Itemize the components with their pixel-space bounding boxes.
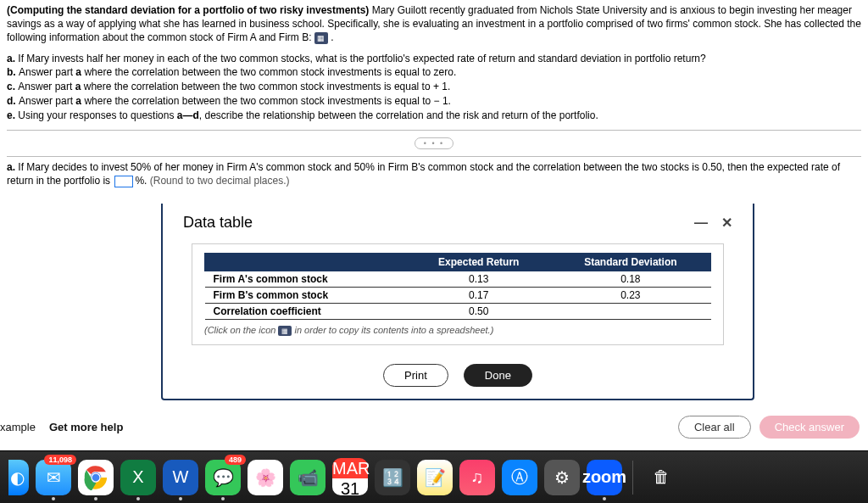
dock-app-chrome[interactable] (78, 460, 114, 495)
data-table-modal: Data table — ✕ Expected Return Standard … (161, 204, 754, 400)
dock-app-messages[interactable]: 💬489 (205, 460, 241, 495)
dock-app-zoom[interactable]: zoom (587, 460, 622, 495)
dock-app-calendar[interactable]: MAR 31 (332, 460, 368, 495)
example-link[interactable]: xample (0, 421, 36, 433)
dock-app-music[interactable]: ♫ (459, 460, 495, 495)
dock-app-safari[interactable]: ◐ (8, 460, 29, 495)
dock-app-trash[interactable]: 🗑 (643, 460, 679, 495)
question-a: a. If Mary invests half her money in eac… (7, 52, 861, 66)
copy-hint: (Click on the icon ▦ in order to copy it… (204, 325, 711, 336)
table-row: Firm B's common stock 0.17 0.23 (205, 288, 711, 304)
data-table-container: Expected Return Standard Deviation Firm … (192, 243, 724, 345)
table-row: Correlation coefficient 0.50 (205, 304, 711, 320)
part-a-prompt: a. If Mary decides to invest 50% of her … (7, 160, 861, 189)
question-e: e. Using your responses to questions a—d… (7, 109, 861, 123)
dock-app-facetime[interactable]: 📹 (290, 460, 326, 495)
done-button[interactable]: Done (464, 364, 532, 387)
copy-spreadsheet-icon[interactable]: ▦ (278, 326, 292, 336)
th-standard-deviation: Standard Deviation (550, 254, 710, 271)
dock-app-excel[interactable]: X (120, 460, 156, 495)
dock-app-calculator[interactable]: 🔢 (375, 460, 410, 495)
minimize-icon[interactable]: — (694, 215, 708, 231)
messages-badge: 489 (225, 455, 246, 465)
close-icon[interactable]: ✕ (721, 215, 732, 231)
calendar-day: 31 (341, 478, 359, 497)
check-answer-button[interactable]: Check answer (760, 416, 860, 439)
calendar-month: MAR (332, 458, 368, 478)
divider-line-2 (7, 156, 861, 157)
question-list: a. If Mary invests half her money in eac… (7, 52, 861, 123)
dock-app-appstore[interactable]: Ⓐ (502, 460, 537, 495)
dock-app-word[interactable]: W (163, 460, 198, 495)
chrome-icon (83, 465, 108, 490)
data-table-icon[interactable]: ▦ (314, 32, 328, 44)
section-collapse[interactable]: • • • (7, 137, 861, 149)
clear-all-button[interactable]: Clear all (678, 416, 751, 439)
th-blank (205, 254, 408, 271)
bottom-bar: xample Get more help Clear all Check ans… (0, 416, 868, 439)
intro-lead: (Computing the standard deviation for a … (7, 4, 369, 16)
rounding-hint: (Round to two decimal places.) (150, 175, 290, 187)
dock-app-notes[interactable]: 📝 (417, 460, 453, 495)
question-c: c. Answer part a where the correlation b… (7, 80, 861, 94)
macos-dock: ◐ ✉11,098 X W 💬489 🌸 📹 MAR 31 🔢 📝 ♫ Ⓐ ⚙ … (0, 450, 868, 503)
dock-separator (632, 461, 633, 495)
print-button[interactable]: Print (383, 364, 448, 387)
divider-line (7, 130, 861, 131)
data-table: Expected Return Standard Deviation Firm … (204, 253, 711, 320)
table-row: Firm A's common stock 0.13 0.18 (205, 271, 711, 288)
mail-badge: 11,098 (44, 455, 76, 465)
dock-app-settings[interactable]: ⚙ (544, 460, 580, 495)
question-panel: (Computing the standard deviation for a … (0, 0, 868, 192)
answer-input-a[interactable] (114, 176, 133, 187)
th-expected-return: Expected Return (407, 254, 550, 271)
get-more-help-link[interactable]: Get more help (49, 421, 123, 433)
question-d: d. Answer part a where the correlation b… (7, 94, 861, 109)
dock-app-mail[interactable]: ✉11,098 (36, 460, 71, 495)
dock-app-photos[interactable]: 🌸 (248, 460, 283, 495)
question-b: b. Answer part a where the correlation b… (7, 65, 861, 80)
problem-intro: (Computing the standard deviation for a … (7, 3, 861, 45)
modal-title: Data table (183, 214, 253, 232)
